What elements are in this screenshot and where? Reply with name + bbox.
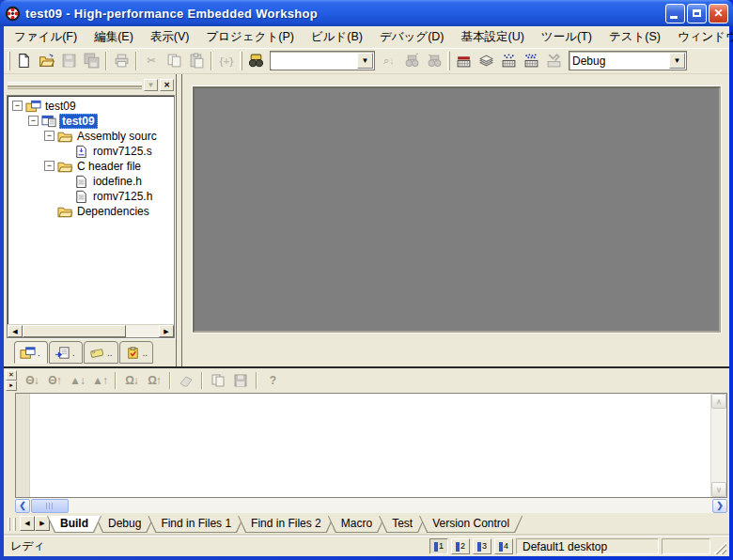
desktop-layout-4-button[interactable]: 4 — [494, 538, 513, 554]
output-expand-button[interactable]: ▸ — [6, 381, 17, 391]
toolbar-gripper[interactable] — [8, 52, 10, 70]
tree-expand-toggle[interactable]: − — [12, 101, 23, 111]
scroll-thumb[interactable] — [23, 325, 126, 337]
tree-item-folder[interactable]: − Assembly sourc — [8, 129, 174, 144]
menu-debug[interactable]: デバッグ(D) — [371, 27, 453, 47]
menu-setup[interactable]: 基本設定(U) — [452, 27, 532, 47]
next-bookmark-button[interactable]: Ω↓ — [120, 370, 143, 390]
tree-item-workspace[interactable]: − test09 — [8, 99, 174, 114]
scroll-right-button[interactable]: ❯ — [712, 499, 727, 513]
search-input[interactable] — [271, 53, 357, 69]
search-combobox[interactable]: ▼ — [270, 51, 375, 70]
desktop-layout-1-button[interactable]: 1 — [429, 538, 448, 554]
insert-template-button[interactable]: {+} — [215, 50, 238, 71]
tree-item-file[interactable]: romv7125.s — [8, 144, 174, 159]
paste-button[interactable] — [185, 50, 208, 71]
find-backward-button[interactable] — [400, 50, 423, 71]
next-error-button[interactable]: Θ↓ — [21, 370, 43, 390]
tree-item-folder[interactable]: − C header file — [8, 159, 174, 174]
scroll-thumb[interactable] — [31, 499, 69, 513]
output-close-button[interactable]: ✕ — [6, 370, 17, 381]
panel-close-button[interactable]: ✕ — [160, 79, 174, 91]
search-dropdown-button[interactable]: ▼ — [357, 53, 373, 69]
build-button[interactable] — [497, 50, 520, 71]
build-file-button[interactable] — [475, 50, 497, 71]
menu-file[interactable]: ファイル(F) — [6, 27, 86, 47]
help-button[interactable]: ? — [261, 370, 284, 390]
menu-tools[interactable]: ツール(T) — [533, 27, 600, 47]
resize-grip[interactable] — [713, 541, 726, 554]
scroll-left-button[interactable]: ◀ — [8, 325, 23, 337]
tree-item-folder[interactable]: Dependencies — [8, 204, 174, 219]
desktop-layout-3-button[interactable]: 3 — [473, 538, 491, 554]
tree-item-file[interactable]: iodefine.h — [8, 174, 174, 189]
find-forward-button[interactable] — [423, 50, 445, 71]
tree-item-file[interactable]: romv7125.h — [8, 189, 174, 204]
close-button[interactable]: ✕ — [709, 4, 728, 23]
clear-output-button[interactable] — [175, 370, 197, 390]
print-button[interactable] — [110, 50, 133, 71]
find-in-files-button[interactable] — [244, 50, 267, 71]
output-content[interactable] — [30, 394, 710, 497]
tab-find-in-files-2[interactable]: Find in Files 2 — [238, 516, 335, 533]
stop-build-button[interactable] — [542, 50, 565, 71]
scroll-left-button[interactable]: ❮ — [15, 499, 30, 513]
new-file-button[interactable] — [12, 50, 35, 71]
tab-find-in-files-1[interactable]: Find in Files 1 — [148, 516, 244, 533]
configuration-dropdown-button[interactable]: ▼ — [669, 53, 685, 69]
tree-expand-toggle[interactable]: − — [44, 131, 55, 141]
save-output-button[interactable] — [229, 370, 252, 390]
tab-macro[interactable]: Macro — [328, 516, 385, 533]
copy-button[interactable] — [163, 50, 185, 71]
desktop-layout-2-button[interactable]: 2 — [451, 538, 470, 554]
menu-project[interactable]: プロジェクト(P) — [197, 27, 302, 47]
menu-build[interactable]: ビルド(B) — [303, 27, 371, 47]
configuration-combobox[interactable]: Debug ▼ — [569, 51, 687, 70]
minimize-button[interactable] — [665, 4, 685, 23]
tree-expand-toggle[interactable]: − — [28, 116, 39, 126]
workspace-tree[interactable]: − test09 − test09 − Assembly sourc — [7, 95, 175, 338]
prev-bookmark-button[interactable]: Ω↑ — [143, 370, 165, 390]
output-horizontal-scrollbar[interactable]: ❮ ❯ — [15, 498, 727, 513]
vertical-splitter[interactable] — [176, 74, 182, 366]
panel-gripper[interactable] — [8, 82, 142, 89]
prev-error-button[interactable]: Θ↑ — [43, 370, 66, 390]
workspace-panel-header[interactable]: ▼ ✕ — [8, 78, 174, 93]
scroll-right-button[interactable]: ▶ — [159, 325, 174, 337]
tab-projects[interactable]: . — [14, 341, 48, 364]
copy-output-button[interactable] — [207, 370, 229, 390]
save-file-button[interactable] — [57, 50, 80, 71]
output-text-area[interactable]: ∧ ∨ — [15, 393, 727, 498]
next-warning-button[interactable]: ▲↓ — [66, 370, 88, 390]
menu-edit[interactable]: 編集(E) — [86, 27, 142, 47]
tree-item-project[interactable]: − test09 — [8, 114, 174, 129]
save-all-button[interactable] — [80, 50, 102, 71]
compile-button[interactable] — [452, 50, 475, 71]
toolbar-gripper[interactable] — [447, 52, 450, 70]
scroll-down-button[interactable]: ∨ — [711, 482, 726, 497]
tab-debug[interactable]: Debug — [95, 516, 154, 533]
tab-build[interactable]: Build — [47, 516, 101, 533]
menu-window[interactable]: ウィンドウ(W) — [669, 27, 733, 47]
menu-test[interactable]: テスト(S) — [600, 27, 669, 47]
tree-expand-toggle[interactable]: − — [44, 161, 55, 171]
title-bar[interactable]: test09 - High-performance Embedded Works… — [0, 0, 733, 26]
panel-menu-button[interactable]: ▼ — [144, 79, 158, 91]
tab-version-control[interactable]: Version Control — [419, 516, 522, 533]
scroll-up-button[interactable]: ∧ — [711, 394, 726, 409]
find-next-button[interactable]: ⌕↓ — [378, 50, 400, 71]
tab-navigation[interactable]: . — [49, 341, 83, 364]
tab-scroll-left-button[interactable]: ◀ — [20, 516, 35, 531]
toolbar-gripper[interactable] — [240, 52, 242, 70]
tree-horizontal-scrollbar[interactable]: ◀ ▶ — [8, 324, 174, 337]
cut-button[interactable]: ✂ — [140, 50, 163, 71]
open-file-button[interactable] — [35, 50, 57, 71]
maximize-button[interactable] — [687, 4, 707, 23]
tab-templates[interactable]: .. — [84, 341, 118, 364]
prev-warning-button[interactable]: ▲↑ — [88, 370, 111, 390]
output-vertical-scrollbar[interactable]: ∧ ∨ — [710, 394, 726, 497]
menu-view[interactable]: 表示(V) — [142, 27, 198, 47]
build-all-button[interactable] — [520, 50, 542, 71]
tab-test[interactable]: .. — [119, 341, 154, 364]
tabbar-gripper[interactable] — [8, 518, 16, 531]
